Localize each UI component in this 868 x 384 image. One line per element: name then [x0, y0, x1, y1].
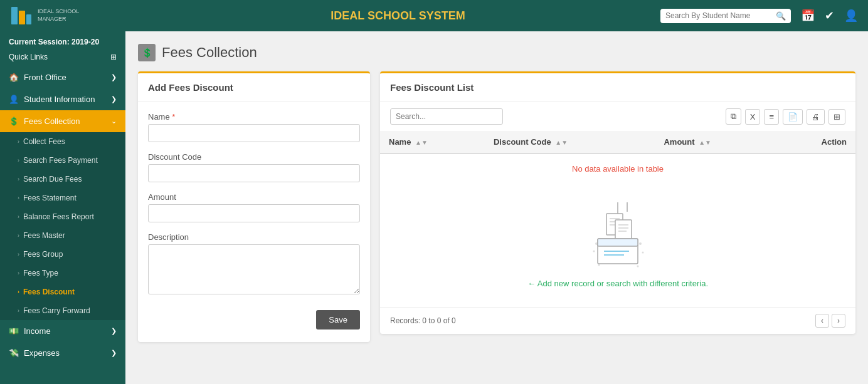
print-button[interactable]: 🖨 — [807, 109, 825, 125]
main-content: 💲 Fees Collection Add Fees Discount Name… — [125, 31, 868, 384]
arrow-icon: ❯ — [111, 95, 117, 103]
table-footer: Records: 0 to 0 of 0 ‹ › — [380, 307, 855, 334]
svg-rect-1 — [19, 11, 25, 24]
sidebar-item-fees-statement[interactable]: › Fees Statement — [0, 189, 125, 207]
sidebar-item-student-information[interactable]: 👤 Student Information ❯ — [0, 88, 125, 110]
table-header-row: Name ▲▼ Discount Code ▲▼ Amount ▲▼ — [380, 131, 855, 153]
check-icon[interactable]: ✔ — [825, 9, 834, 23]
empty-state: ← Add new record or search with differen… — [380, 184, 855, 307]
name-input[interactable] — [148, 124, 360, 142]
quick-links: Quick Links ⊞ — [0, 50, 125, 66]
discount-code-input[interactable] — [148, 164, 360, 182]
arrow-down-icon: ⌄ — [111, 117, 117, 125]
chevron-icon: › — [18, 251, 19, 257]
chevron-icon: › — [18, 270, 19, 276]
sidebar-item-fees-collection[interactable]: 💲 Fees Collection ⌄ — [0, 110, 125, 132]
logo-line1: IDEAL SCHOOL — [38, 8, 79, 16]
logo-text: IDEAL SCHOOL MANAGER — [38, 8, 79, 23]
sidebar-item-fees-carry-forward[interactable]: › Fees Carry Forward — [0, 301, 125, 320]
arrow-icon: ❯ — [111, 327, 117, 335]
svg-point-22 — [637, 266, 639, 267]
save-button[interactable]: Save — [316, 310, 360, 330]
columns-button[interactable]: ⊞ — [828, 109, 845, 125]
empty-illustration — [580, 196, 655, 271]
table-body: No data available in table — [380, 153, 855, 184]
discount-table: Name ▲▼ Discount Code ▲▼ Amount ▲▼ — [380, 131, 855, 184]
amount-group: Amount — [148, 192, 360, 222]
add-form-card: Add Fees Discount Name * Discount Code — [138, 71, 370, 342]
csv-button[interactable]: ≡ — [764, 109, 779, 125]
user-icon[interactable]: 👤 — [844, 9, 858, 23]
svg-point-18 — [639, 242, 642, 245]
income-icon: 💵 — [9, 326, 19, 336]
sidebar-item-fees-type[interactable]: › Fees Type — [0, 264, 125, 283]
sidebar-item-front-office[interactable]: 🏠 Front Office ❯ — [0, 66, 125, 88]
sidebar-item-income[interactable]: 💵 Income ❯ — [0, 320, 125, 342]
expenses-icon: 💸 — [9, 348, 19, 358]
table-search[interactable] — [390, 108, 503, 125]
fees-icon: 💲 — [142, 48, 152, 58]
pagination: ‹ › — [815, 314, 845, 328]
sidebar-item-fees-discount[interactable]: › Fees Discount — [0, 283, 125, 301]
amount-input[interactable] — [148, 204, 360, 222]
next-page-button[interactable]: › — [832, 314, 845, 328]
col-amount: Amount ▲▼ — [655, 131, 775, 153]
prev-page-button[interactable]: ‹ — [815, 314, 829, 328]
chevron-icon: › — [18, 195, 19, 201]
chevron-icon: › — [18, 157, 19, 163]
sidebar-item-collect-fees[interactable]: › Collect Fees — [0, 132, 125, 151]
col-action: Action — [776, 131, 855, 153]
logo-line2: MANAGER — [38, 16, 79, 23]
page-header-icon: 💲 — [138, 44, 156, 61]
fees-submenu: › Collect Fees › Search Fees Payment › S… — [0, 132, 125, 320]
sort-icon: ▲▼ — [699, 139, 711, 146]
pdf-button[interactable]: 📄 — [783, 109, 803, 125]
calendar-icon[interactable]: 📅 — [801, 9, 815, 23]
name-label: Name * — [148, 112, 360, 122]
chevron-icon: › — [18, 308, 19, 314]
sidebar-item-balance-fees-report[interactable]: › Balance Fees Report — [0, 207, 125, 226]
global-search-input[interactable] — [665, 11, 772, 20]
sidebar-item-fees-master[interactable]: › Fees Master — [0, 226, 125, 245]
sort-icon: ▲▼ — [555, 139, 568, 146]
records-info: Records: 0 to 0 of 0 — [390, 316, 456, 325]
sidebar-item-search-fees-payment[interactable]: › Search Fees Payment — [0, 151, 125, 170]
col-name: Name ▲▼ — [380, 131, 485, 153]
col-discount-code: Discount Code ▲▼ — [485, 131, 655, 153]
table-search-input[interactable] — [390, 108, 503, 125]
svg-rect-14 — [598, 239, 638, 246]
excel-button[interactable]: X — [745, 109, 761, 125]
copy-button[interactable]: ⧉ — [726, 108, 741, 125]
nav-right: 🔍 📅 ✔ 👤 — [660, 9, 858, 23]
home-icon: 🏠 — [9, 73, 19, 82]
svg-rect-0 — [11, 7, 18, 24]
table-toolbar: ⧉ X ≡ 📄 🖨 ⊞ — [380, 102, 855, 131]
chevron-icon: › — [18, 289, 19, 295]
dollar-icon: 💲 — [9, 117, 19, 126]
sidebar-item-search-due-fees[interactable]: › Search Due Fees — [0, 170, 125, 189]
description-group: Description — [148, 232, 360, 296]
session-info: Current Session: 2019-20 — [0, 31, 125, 50]
required-mark: * — [172, 112, 175, 122]
sidebar-item-fees-group[interactable]: › Fees Group — [0, 245, 125, 264]
description-label: Description — [148, 232, 360, 242]
discount-code-group: Discount Code — [148, 152, 360, 182]
table-head: Name ▲▼ Discount Code ▲▼ Amount ▲▼ — [380, 131, 855, 153]
person-icon: 👤 — [9, 95, 19, 104]
sidebar-item-expenses[interactable]: 💸 Expenses ❯ — [0, 342, 125, 364]
grid-icon: ⊞ — [110, 53, 117, 61]
svg-point-19 — [593, 251, 595, 252]
panels: Add Fees Discount Name * Discount Code — [138, 71, 855, 342]
top-nav: IDEAL SCHOOL MANAGER IDEAL SCHOOL SYSTEM… — [0, 0, 868, 31]
no-data-cell: No data available in table — [380, 153, 855, 184]
global-search[interactable]: 🔍 — [660, 9, 791, 23]
app-title: IDEAL SCHOOL SYSTEM — [135, 9, 660, 23]
svg-point-20 — [642, 252, 644, 254]
description-textarea[interactable] — [148, 244, 360, 294]
arrow-icon: ❯ — [111, 349, 117, 357]
svg-point-21 — [598, 264, 600, 266]
arrow-icon: ❯ — [111, 73, 117, 81]
page-header: 💲 Fees Collection — [138, 44, 855, 61]
add-form-panel: Add Fees Discount Name * Discount Code — [138, 71, 370, 342]
list-card: Fees Discount List ⧉ X ≡ 📄 🖨 ⊞ — [380, 71, 855, 334]
